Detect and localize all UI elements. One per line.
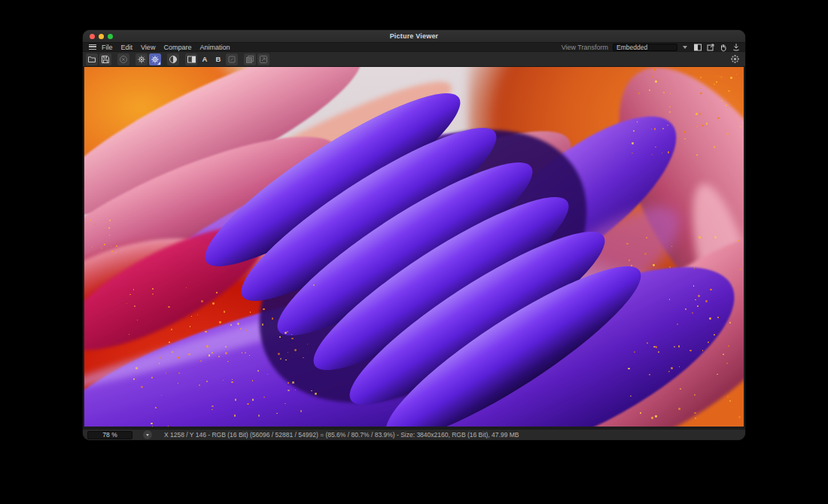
rendered-image [84, 67, 744, 427]
stop-render-button [117, 53, 129, 65]
version-a-button[interactable]: A [199, 53, 211, 65]
contrast-button[interactable] [167, 53, 179, 65]
picture-viewer-window: Picture Viewer File Edit View Compare An… [83, 30, 745, 440]
flyout-corner-marker [157, 62, 160, 65]
zoom-level-field[interactable]: 78 % [87, 431, 132, 439]
export-square-button [257, 53, 269, 65]
zoom-level-value: 78 % [102, 431, 117, 439]
render-flake-icon-button[interactable] [729, 53, 741, 65]
split-view-icon[interactable] [693, 43, 702, 51]
menu-file[interactable]: File [102, 43, 113, 52]
titlebar[interactable]: Picture Viewer [83, 30, 745, 43]
view-transform-dropdown-arrow[interactable] [680, 44, 689, 51]
view-transform-label: View Transform [562, 44, 608, 51]
image-canvas[interactable] [83, 67, 745, 427]
save-button[interactable] [99, 53, 111, 65]
frame-square-button [226, 53, 238, 65]
open-file-button[interactable] [86, 53, 98, 65]
menu-icon[interactable] [89, 44, 96, 50]
gear-filter-button-active[interactable] [149, 53, 161, 65]
version-a-label: A [202, 56, 208, 63]
version-b-label: B [216, 56, 221, 63]
status-info-text: X 1258 / Y 146 - RGB (16 Bit) (56096 / 5… [164, 431, 519, 439]
zoom-dropdown-button[interactable] [143, 430, 152, 439]
compare-book-button[interactable] [185, 53, 197, 65]
view-transform-value: Embedded [616, 44, 647, 51]
statusbar: 78 % X 1258 / Y 146 - RGB (16 Bit) (5609… [83, 429, 745, 440]
toolbar: A B [83, 52, 745, 67]
menu-view[interactable]: View [141, 43, 155, 52]
gear-crossed-icon-button[interactable] [135, 53, 148, 65]
version-b-button[interactable]: B [212, 53, 224, 65]
menubar: File Edit View Compare Animation View Tr… [83, 43, 745, 52]
menu-edit[interactable]: Edit [121, 43, 133, 52]
pop-out-icon[interactable] [705, 43, 715, 51]
pan-hand-icon[interactable] [718, 43, 728, 51]
menu-compare[interactable]: Compare [163, 43, 191, 52]
menu-animation[interactable]: Animation [199, 43, 230, 52]
window-title: Picture Viewer [83, 32, 745, 40]
view-transform-select[interactable]: Embedded [613, 44, 677, 51]
copy-layers-button [244, 53, 256, 65]
dock-down-arrow-icon[interactable] [731, 43, 741, 51]
desktop-background: Picture Viewer File Edit View Compare An… [0, 0, 828, 504]
